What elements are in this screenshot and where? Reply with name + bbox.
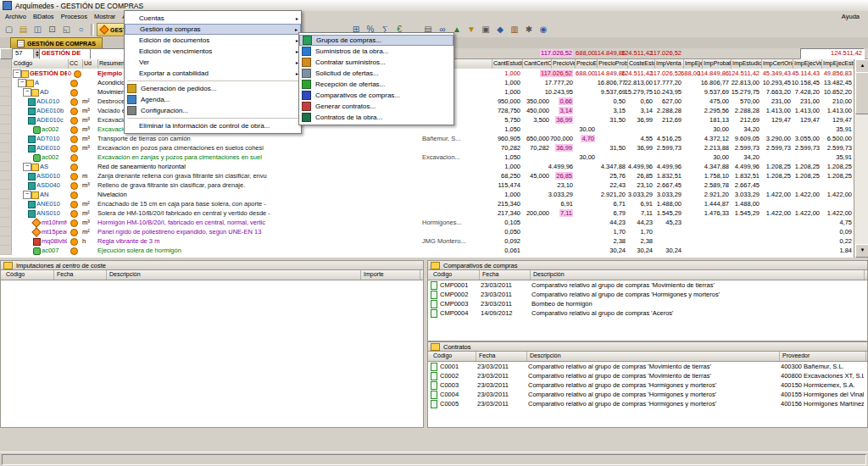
submenu-item-solicitud-de-ofertas[interactable]: Solicitud de ofertas... [299, 68, 453, 79]
menu-item-cuentas[interactable]: Cuentas [125, 13, 301, 24]
column-header-descripción[interactable]: Descripción [108, 270, 361, 280]
menu-item-edición-de-documentos[interactable]: Edición de documentos [125, 35, 301, 46]
submenu-item-comparativos-de-compras[interactable]: Comparativos de compras... [299, 90, 453, 101]
row-selector[interactable] [0, 87, 12, 97]
edit-bar-value[interactable]: 117.026,52 [650, 49, 682, 57]
menubar-item-mostrar[interactable]: Mostrar [91, 12, 119, 21]
column-header-cantestudio[interactable]: CantEstudio [492, 59, 523, 69]
column-header-cantcertorig[interactable]: CantCertOrig [522, 59, 552, 69]
list-row-C0003[interactable]: C000323/03/2011Comparativo relativo al g… [428, 380, 867, 390]
print-icon[interactable]: ⊡ [45, 24, 59, 36]
table-row-11[interactable]: ASD010mZanja drenante rellena con grava … [0, 171, 854, 180]
table-row-18[interactable]: mq08lvb020hRegla vibrante de 3 mJMG Mont… [0, 236, 854, 246]
row-selector[interactable] [0, 134, 12, 143]
corner-cell-button[interactable] [0, 48, 13, 59]
column-header-descripción[interactable]: Descripción [531, 270, 865, 280]
row-selector[interactable] [0, 162, 12, 171]
expand-toggle-icon[interactable] [23, 88, 31, 97]
list-row-C0001[interactable]: C000123/03/2011Comparativo relativo al g… [428, 362, 867, 371]
edit-bar-value[interactable]: 117.026,52 [540, 49, 573, 57]
scroll-thumb[interactable] [855, 72, 868, 114]
row-selector[interactable] [0, 106, 12, 115]
table-row-13[interactable]: ANNivelación1,0003.033,292.921,203.033,2… [0, 190, 854, 199]
column-header-descripción[interactable]: Descripción [528, 352, 780, 361]
column-header-proveedor[interactable]: Proveedor [781, 352, 866, 361]
column-header-código[interactable]: Código [431, 270, 480, 280]
import-icon[interactable]: ▼ [465, 24, 479, 36]
list-row-CMP0002[interactable]: CMP000223/03/2011Comparativo relativo al… [428, 290, 867, 299]
column-header-precioprobable[interactable]: PrecioProbable [597, 59, 628, 69]
expand-toggle-icon[interactable] [13, 69, 21, 78]
row-selector[interactable] [0, 227, 12, 236]
row-selector[interactable] [0, 115, 12, 125]
menubar-item-archivo[interactable]: Archivo [2, 12, 30, 21]
menubar-item-procesos[interactable]: Procesos [58, 12, 91, 21]
row-selector[interactable] [0, 218, 12, 227]
column-header-cc[interactable]: CC [68, 59, 83, 69]
book-icon[interactable]: ▥ [508, 24, 522, 36]
list-row-C0005[interactable]: C000523/03/2011Comparativo relativo al g… [428, 399, 867, 408]
column-header-importe[interactable]: Importe [362, 270, 420, 280]
list-row-C0002[interactable]: C000223/03/2011Comparativo relativo al g… [428, 371, 867, 380]
table-row-7[interactable]: ADT010m³Transporte de tierras con camión… [0, 134, 854, 143]
row-selector[interactable] [0, 143, 12, 153]
row-selector[interactable] [0, 246, 12, 255]
search-icon[interactable]: ○ [74, 24, 88, 36]
column-header-código[interactable]: Código [4, 270, 54, 280]
expand-toggle-icon[interactable] [18, 79, 26, 87]
column-header-precioventa[interactable]: PrecioVenta [551, 59, 576, 69]
row-selector[interactable] [0, 153, 12, 162]
row-selector[interactable] [0, 180, 12, 190]
column-header-fecha[interactable]: Fecha [55, 270, 107, 280]
row-number-spinner[interactable]: 57 [12, 48, 42, 59]
menu-item-agenda[interactable]: Agenda... [125, 94, 301, 105]
submenu-item-generar-contratos[interactable]: Generar contratos... [299, 101, 453, 112]
column-header-ud[interactable]: Ud [82, 59, 98, 69]
column-header-precioejec[interactable]: PrecioEjec [575, 59, 598, 69]
column-header-impejecventa[interactable]: ImpEjecVenta [793, 59, 822, 69]
column-header-código[interactable]: Código [12, 59, 69, 69]
menubar-item-bdatos[interactable]: BDatos [30, 12, 58, 21]
edit-bar-value[interactable]: 688,00 [576, 49, 595, 57]
scroll-down-icon[interactable] [855, 244, 868, 258]
edit-bar-value[interactable]: 124.511,42 [621, 49, 653, 57]
submenu-item-grupos-de-compras[interactable]: Grupos de compras... [299, 35, 453, 46]
menu-item-gestión-de-compras[interactable]: Gestión de compras [125, 24, 301, 35]
list-row-CMP0004[interactable]: CMP000414/09/2012Comparativo relativo al… [428, 308, 867, 318]
table-row-17[interactable]: mt15pea020m²Panel rígido de poliestireno… [0, 227, 854, 236]
menu-item-configuración[interactable]: Configuración... [125, 105, 301, 116]
info-icon[interactable]: ◉ [537, 24, 551, 36]
menu-item-ver[interactable]: Ver [125, 57, 301, 68]
row-selector[interactable] [0, 97, 12, 106]
menu-item-exportar-a-contabilidad[interactable]: Exportar a contabilidad [125, 68, 301, 79]
vertical-scrollbar[interactable] [854, 59, 868, 258]
expand-toggle-icon[interactable] [23, 191, 31, 199]
row-selector[interactable] [0, 171, 12, 180]
table-row-19[interactable]: ac007Ejecución solera de hormigón0,06130… [0, 246, 854, 255]
row-selector[interactable] [0, 236, 12, 246]
column-header-impejecestudio[interactable]: ImpEjecEstudio [821, 59, 854, 69]
column-header-impejec[interactable]: ImpEjec [683, 59, 703, 69]
list-row-C0004[interactable]: C000423/03/2011Comparativo relativo al g… [428, 390, 867, 399]
column-header-fecha[interactable]: Fecha [481, 270, 531, 280]
table-row-14[interactable]: ANE010m²Encachado de 15 cm en caja para … [0, 199, 854, 208]
row-selector[interactable] [0, 69, 12, 78]
list-row-CMP0003[interactable]: CMP000323/03/2011Bombeo de hormigón [428, 299, 867, 308]
menubar-item-ayuda[interactable]: Ayuda [838, 12, 863, 21]
menu-item-eliminar-la-información-de-control-de-obra[interactable]: Eliminar la información de control de ob… [125, 120, 301, 131]
column-header-impcertorig[interactable]: ImpCertOrig [761, 59, 793, 69]
column-header-impprobable[interactable]: ImpProbable [702, 59, 732, 69]
submenu-item-suministros-de-la-obra[interactable]: Suministros de la obra... [299, 46, 453, 57]
row-selector[interactable] [0, 78, 12, 87]
tab-gestion-de-compras[interactable]: GESTIÓN DE COMPRAS [10, 37, 103, 48]
row-selector[interactable] [0, 190, 12, 199]
save-icon[interactable]: ◫ [31, 24, 45, 36]
menu-item-generación-de-pedidos[interactable]: Generación de pedidos... [125, 83, 301, 94]
gear-icon[interactable]: ✱ [522, 24, 537, 36]
column-header-impestudio[interactable]: ImpEstudio [731, 59, 762, 69]
row-selector[interactable] [0, 125, 12, 134]
notes-icon[interactable]: ▣ [479, 24, 493, 36]
table-row-8[interactable]: ADE010m³Excavación en pozos para cimenta… [0, 143, 854, 153]
table-row-9[interactable]: ac002Excavación en zanjas y pozos para c… [0, 153, 854, 162]
menu-item-edición-de-vencimientos[interactable]: Edición de vencimientos [125, 46, 301, 57]
